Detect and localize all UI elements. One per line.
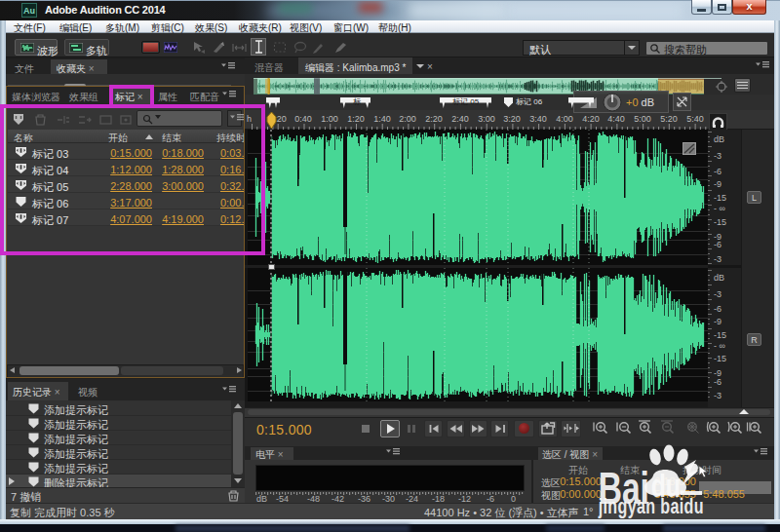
svg-text:jingyan baidu: jingyan baidu	[598, 495, 704, 518]
